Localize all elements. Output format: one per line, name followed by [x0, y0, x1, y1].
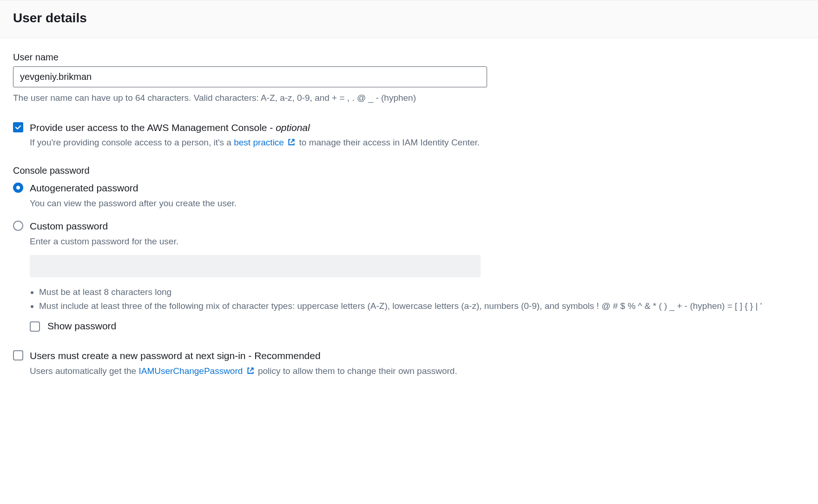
- console-access-checkbox[interactable]: [13, 122, 23, 132]
- password-rules-list: Must be at least 8 characters long Must …: [30, 286, 805, 312]
- username-label: User name: [13, 52, 805, 63]
- custom-password-option[interactable]: Custom password Enter a custom password …: [13, 220, 805, 248]
- autogenerated-password-radio[interactable]: [13, 183, 23, 193]
- autogenerated-password-label: Autogenerated password: [30, 182, 805, 195]
- show-password-row: Show password: [30, 321, 805, 332]
- username-input[interactable]: [13, 66, 487, 87]
- show-password-checkbox[interactable]: [30, 321, 40, 332]
- password-radio-group: Autogenerated password You can view the …: [13, 182, 805, 248]
- must-reset-desc: Users automatically get the IAMUserChang…: [30, 365, 805, 379]
- external-link-icon: [246, 366, 255, 379]
- must-reset-checkbox[interactable]: [13, 350, 23, 360]
- console-access-row: Provide user access to the AWS Managemen…: [13, 121, 805, 150]
- username-hint: The user name can have up to 64 characte…: [13, 92, 805, 105]
- custom-password-radio[interactable]: [13, 221, 23, 231]
- page-title: User details: [13, 11, 805, 26]
- custom-password-desc: Enter a custom password for the user.: [30, 235, 805, 248]
- autogenerated-password-option[interactable]: Autogenerated password You can view the …: [13, 182, 805, 209]
- console-password-label: Console password: [13, 165, 805, 176]
- console-access-desc: If you're providing console access to a …: [30, 136, 805, 150]
- must-reset-label: Users must create a new password at next…: [30, 349, 805, 362]
- console-access-label: Provide user access to the AWS Managemen…: [30, 121, 805, 134]
- show-password-label: Show password: [47, 321, 116, 332]
- custom-password-label: Custom password: [30, 220, 805, 233]
- must-reset-row: Users must create a new password at next…: [13, 349, 805, 378]
- autogenerated-password-desc: You can view the password after you crea…: [30, 197, 805, 210]
- panel-header: User details: [0, 0, 818, 38]
- check-icon: [14, 124, 22, 131]
- custom-password-input: [30, 255, 481, 277]
- best-practice-link[interactable]: best practice: [234, 137, 284, 147]
- password-rule: Must be at least 8 characters long: [39, 286, 805, 299]
- external-link-icon: [287, 137, 296, 150]
- iam-policy-link[interactable]: IAMUserChangePassword: [139, 366, 243, 376]
- password-rule: Must include at least three of the follo…: [39, 300, 805, 313]
